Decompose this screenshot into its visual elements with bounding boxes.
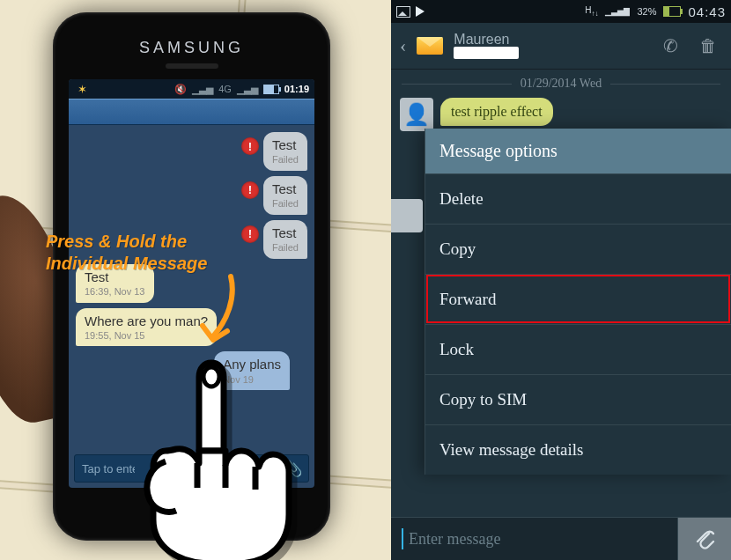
back-button[interactable]: ‹ — [400, 34, 406, 57]
outgoing-message[interactable]: ! Test Failed — [76, 132, 307, 171]
date-divider: 01/29/2014 Wed — [391, 70, 731, 94]
status-time: 04:43 — [688, 4, 726, 19]
delete-thread-button[interactable]: 🗑 — [694, 36, 722, 56]
status-bar: H↑↓ ▁▃▅▇ 32% 04:43 — [391, 0, 731, 23]
paperclip-icon — [694, 527, 715, 550]
conversation-header: ‹ Maureen ✆ 🗑 — [391, 23, 731, 70]
signal-icon: ▁▃▅▇ — [605, 7, 630, 16]
dialog-item-copy-to-sim[interactable]: Copy to SIM — [425, 374, 731, 424]
message-input[interactable]: Enter message — [391, 518, 678, 560]
peek-message-bubble: test ripple effect — [440, 98, 553, 126]
failed-icon: ! — [241, 181, 259, 199]
compose-bar: Enter message — [391, 517, 731, 560]
earpiece — [166, 63, 218, 69]
notification-icon: ✶ — [78, 83, 87, 96]
annotation-arrow-icon — [188, 271, 259, 359]
contact-number-redacted — [454, 47, 519, 59]
status-time: 01:19 — [284, 84, 309, 94]
contact-avatar-icon: 👤 — [400, 98, 433, 131]
device-brand: SAMSUNG — [53, 39, 330, 57]
contact-avatar-icon — [391, 199, 423, 232]
text-cursor — [402, 528, 403, 549]
message-options-screenshot: H↑↓ ▁▃▅▇ 32% 04:43 ‹ Maureen ✆ 🗑 01/29/2… — [391, 0, 731, 560]
pointing-hand-icon — [123, 347, 317, 560]
dialog-item-view-details[interactable]: View message details — [425, 424, 731, 475]
message-text: Test — [272, 137, 299, 152]
contact-name: Maureen — [454, 33, 519, 48]
failed-icon: ! — [241, 225, 259, 243]
message-time: 16:39, Nov 13 — [85, 286, 145, 298]
battery-icon — [663, 6, 681, 17]
dialog-item-lock[interactable]: Lock — [425, 324, 731, 374]
message-text: Test — [272, 181, 299, 196]
play-notification-icon — [416, 6, 425, 17]
call-button[interactable]: ✆ — [658, 35, 683, 56]
attach-button[interactable] — [678, 518, 731, 560]
dialog-item-forward[interactable]: Forward — [425, 274, 731, 324]
failed-icon: ! — [241, 137, 259, 155]
message-status: Failed — [272, 198, 299, 210]
data-icon: 4G — [218, 84, 232, 94]
outgoing-message[interactable]: ! Test Failed — [76, 176, 307, 215]
signal-icon-2: ▁▃▅ — [237, 84, 258, 95]
message-text: Test — [272, 225, 299, 240]
network-type-icon: H↑↓ — [585, 5, 598, 18]
dialog-item-copy[interactable]: Copy — [425, 224, 731, 274]
screenshot-notification-icon — [396, 6, 410, 18]
signal-icon: ▁▃▅ — [192, 84, 213, 95]
status-bar: ✶ 🔇 ▁▃▅ 4G ▁▃▅ 01:19 — [69, 79, 314, 99]
message-status: Failed — [272, 154, 299, 166]
svg-point-0 — [203, 367, 219, 387]
tutorial-photo-panel: SAMSUNG ✶ 🔇 ▁▃▅ 4G ▁▃▅ 01:19 ! — [0, 0, 391, 560]
thread-titlebar — [69, 99, 314, 125]
mute-icon: 🔇 — [174, 84, 187, 95]
annotation-text: Press & Hold the Individual Message — [46, 231, 207, 275]
message-status: Failed — [272, 242, 299, 254]
compose-placeholder: Enter message — [409, 530, 500, 549]
battery-percent: 32% — [637, 6, 656, 17]
dialog-item-delete[interactable]: Delete — [425, 173, 731, 224]
message-options-dialog: Message options Delete Copy Forward Lock… — [425, 129, 731, 475]
dialog-title: Message options — [425, 129, 731, 173]
battery-icon — [263, 85, 279, 94]
message-app-icon — [417, 37, 443, 55]
